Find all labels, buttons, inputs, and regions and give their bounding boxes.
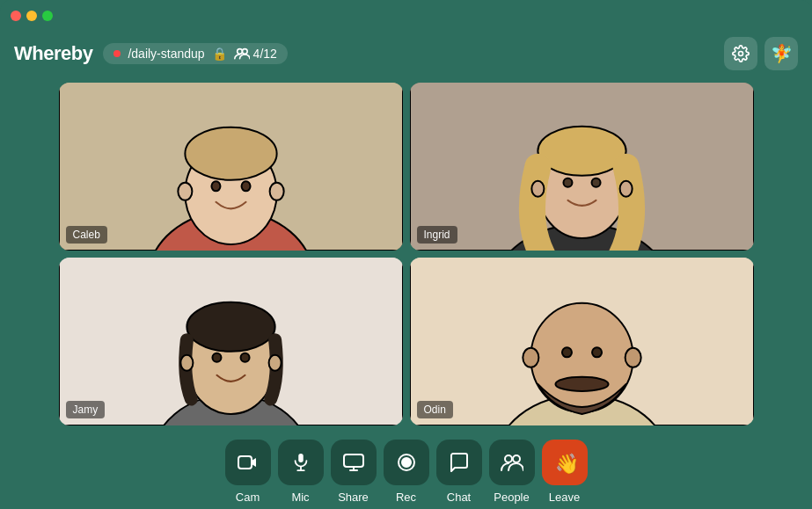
video-tile-jamy: Jamy (59, 258, 403, 425)
leave-label: Leave (549, 491, 580, 504)
rec-icon-bg (384, 440, 429, 485)
avatar-button[interactable]: 🧚 (764, 37, 798, 70)
svg-rect-44 (344, 454, 363, 467)
share-icon-bg (331, 440, 377, 485)
main-content: Caleb (0, 76, 812, 509)
people-button[interactable]: People (489, 440, 535, 504)
participant-label-caleb: Caleb (66, 226, 107, 244)
rec-button[interactable]: Rec (384, 440, 429, 504)
svg-point-17 (538, 127, 625, 176)
svg-point-39 (625, 348, 640, 367)
svg-point-36 (561, 347, 571, 357)
traffic-lights (11, 11, 53, 21)
svg-point-47 (505, 455, 512, 462)
record-icon (396, 452, 417, 473)
svg-point-0 (237, 49, 242, 55)
cam-icon-bg (225, 440, 271, 485)
svg-text:👋: 👋 (555, 452, 576, 474)
rec-label: Rec (396, 491, 416, 504)
svg-point-19 (591, 178, 600, 187)
cam-button[interactable]: Cam (225, 440, 271, 504)
participant-label-jamy: Jamy (66, 401, 106, 418)
svg-point-9 (211, 181, 220, 191)
svg-point-8 (185, 127, 276, 180)
svg-point-48 (513, 455, 520, 462)
leave-icon-bg: 👋 (542, 440, 588, 485)
people-label: People (494, 491, 529, 504)
people-icon (234, 47, 250, 60)
hand-wave-icon: 👋 (553, 451, 576, 474)
svg-point-18 (563, 178, 572, 187)
room-name: /daily-standup (128, 47, 204, 61)
svg-rect-40 (238, 456, 252, 469)
settings-icon (732, 45, 750, 62)
participant-count-text: 4/12 (253, 47, 277, 61)
minimize-button[interactable] (26, 11, 37, 21)
mic-label: Mic (291, 491, 309, 504)
participant-label-ingrid: Ingrid (417, 226, 457, 244)
svg-point-46 (402, 458, 411, 467)
svg-point-37 (592, 347, 602, 357)
svg-rect-41 (298, 454, 304, 462)
title-bar (0, 0, 812, 32)
cam-label: Cam (236, 491, 260, 504)
camera-icon (238, 454, 259, 471)
chat-label: Chat (447, 491, 471, 504)
header-right: 🧚 (724, 37, 798, 70)
monitor-icon (343, 454, 364, 471)
svg-point-38 (523, 348, 538, 367)
maximize-button[interactable] (42, 11, 53, 21)
svg-point-30 (268, 355, 281, 371)
mic-icon-bg (278, 440, 324, 485)
svg-point-35 (555, 377, 608, 391)
svg-point-1 (242, 49, 247, 55)
svg-point-10 (241, 181, 250, 191)
mic-button[interactable]: Mic (278, 440, 324, 504)
app-logo: Whereby (14, 42, 92, 65)
header-left: Whereby /daily-standup 🔒 4/12 (14, 42, 288, 65)
svg-point-21 (619, 181, 632, 197)
close-button[interactable] (11, 11, 21, 21)
room-info[interactable]: /daily-standup 🔒 4/12 (103, 43, 287, 64)
toolbar: Cam Mic Share (225, 425, 588, 509)
svg-point-2 (739, 52, 743, 56)
svg-point-27 (212, 353, 221, 362)
svg-point-28 (240, 353, 249, 362)
chat-icon (449, 453, 470, 472)
video-grid: Caleb (59, 83, 754, 425)
video-tile-caleb: Caleb (59, 83, 403, 251)
mic-icon (291, 453, 311, 472)
people-toolbar-icon (501, 454, 523, 471)
svg-point-12 (269, 183, 283, 200)
chat-icon-bg (436, 440, 482, 485)
people-icon-bg (489, 440, 535, 485)
share-button[interactable]: Share (331, 440, 377, 504)
svg-point-11 (178, 183, 192, 200)
room-status-dot (113, 50, 121, 57)
svg-point-26 (187, 302, 274, 352)
lock-icon: 🔒 (212, 47, 227, 61)
chat-button[interactable]: Chat (436, 440, 482, 504)
video-tile-ingrid: Ingrid (410, 83, 754, 251)
leave-button[interactable]: 👋 Leave (542, 440, 588, 504)
participant-label-odin: Odin (417, 401, 453, 418)
participant-count: 4/12 (234, 47, 277, 61)
settings-button[interactable] (724, 37, 757, 70)
share-label: Share (338, 491, 369, 504)
svg-point-29 (180, 355, 193, 371)
header: Whereby /daily-standup 🔒 4/12 (0, 32, 812, 76)
svg-point-20 (531, 181, 544, 197)
video-tile-odin: Odin (410, 258, 754, 425)
